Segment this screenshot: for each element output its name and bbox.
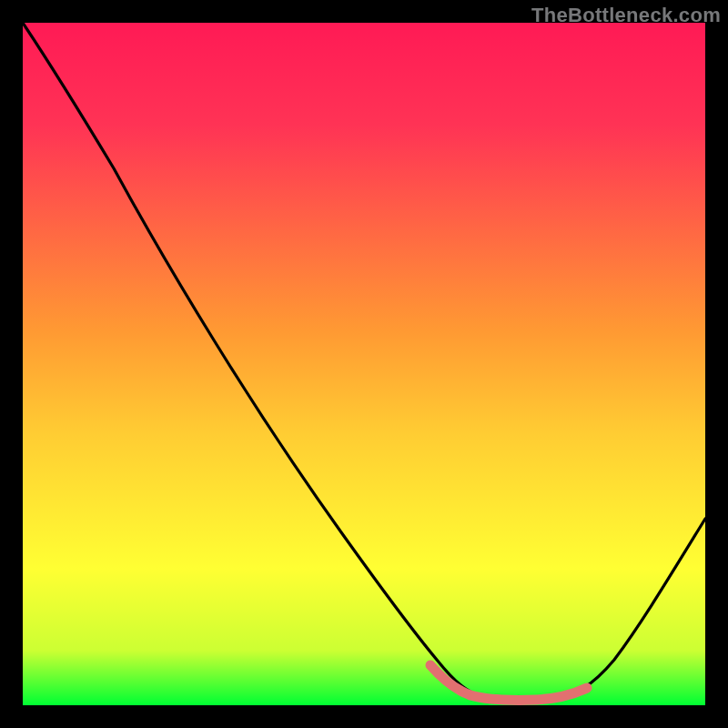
curve-overlay [23, 23, 705, 705]
chart-frame: TheBottleneck.com [0, 0, 728, 728]
plot-area [23, 23, 705, 705]
bottleneck-curve [23, 23, 705, 700]
watermark-label: TheBottleneck.com [531, 4, 721, 27]
optimal-band [430, 665, 587, 700]
